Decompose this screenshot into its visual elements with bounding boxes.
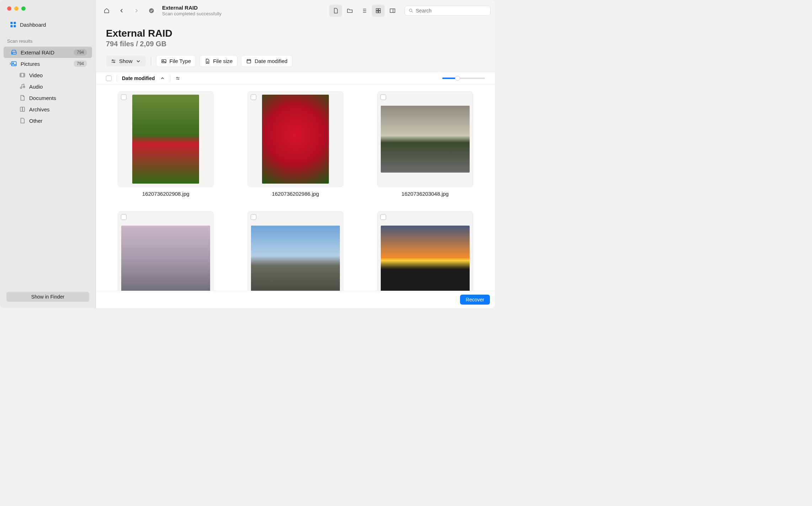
file-image	[251, 226, 340, 291]
page-header: External RAID 794 files / 2,09 GB	[96, 21, 495, 48]
zoom-slider[interactable]	[442, 78, 485, 79]
search-input[interactable]	[416, 8, 487, 14]
main-content: External RAID Scan completed successfull…	[96, 0, 495, 308]
filter-file-size-button[interactable]: File size	[199, 55, 237, 67]
svg-rect-1	[14, 22, 16, 24]
filter-label: Date modified	[255, 58, 288, 64]
chevron-right-icon	[9, 62, 12, 65]
file-image	[381, 106, 470, 173]
file-checkbox[interactable]	[251, 214, 256, 220]
file-checkbox[interactable]	[121, 94, 127, 100]
svg-rect-3	[14, 25, 16, 27]
file-thumbnail[interactable]	[377, 91, 473, 187]
file-image	[381, 226, 470, 291]
picture-icon	[161, 58, 167, 64]
divider	[170, 75, 170, 81]
file-card[interactable]	[106, 211, 226, 291]
view-list-button[interactable]	[358, 5, 370, 17]
sidebar-item-audio[interactable]: Audio	[4, 81, 92, 92]
filter-show-button[interactable]: Show	[106, 56, 146, 67]
filter-date-modified-button[interactable]: Date modified	[241, 55, 293, 67]
svg-point-18	[409, 9, 412, 11]
sidebar-item-label: Video	[29, 72, 43, 78]
sidebar-item-label: External RAID	[21, 49, 54, 56]
sidebar-item-pictures[interactable]: Pictures 794	[4, 58, 92, 69]
recover-button[interactable]: Recover	[460, 295, 490, 305]
document-icon	[19, 95, 26, 101]
dashboard-icon	[10, 21, 16, 28]
file-thumbnail[interactable]	[118, 91, 214, 187]
svg-rect-2	[11, 25, 13, 27]
topbar-title-block: External RAID Scan completed successfull…	[162, 4, 221, 17]
view-columns-button[interactable]	[386, 5, 399, 17]
dashboard-nav[interactable]: Dashboard	[0, 18, 96, 31]
close-window-button[interactable]	[7, 6, 11, 11]
check-circle-icon	[148, 7, 155, 14]
forward-button[interactable]	[130, 5, 143, 17]
show-in-finder-button[interactable]: Show in Finder	[6, 292, 89, 302]
filter-bar: Show File Type File size Date modified	[96, 48, 495, 72]
file-checkbox[interactable]	[121, 214, 127, 220]
window-controls	[0, 0, 96, 18]
sidebar-item-label: Audio	[29, 84, 43, 90]
file-card[interactable]: 1620736203048.jpg	[365, 91, 485, 197]
file-checkbox[interactable]	[251, 94, 256, 100]
file-thumbnail[interactable]	[118, 211, 214, 291]
fullscreen-window-button[interactable]	[21, 6, 26, 11]
sidebar-item-video[interactable]: Video	[4, 69, 92, 81]
sliders-icon[interactable]	[175, 76, 180, 81]
chevron-up-icon[interactable]	[160, 76, 165, 81]
dashboard-label: Dashboard	[20, 22, 46, 28]
svg-point-19	[112, 60, 113, 61]
topbar-title: External RAID	[162, 4, 221, 11]
file-icon	[332, 7, 339, 14]
search-box[interactable]	[405, 6, 491, 16]
filter-file-type-button[interactable]: File Type	[156, 55, 196, 67]
view-grid-button[interactable]	[372, 5, 385, 17]
svg-point-5	[12, 53, 13, 54]
other-icon	[19, 117, 26, 124]
file-card[interactable]	[236, 211, 356, 291]
sidebar-item-label: Other	[29, 118, 43, 124]
sidebar-item-archives[interactable]: Archives	[4, 104, 92, 115]
select-all-checkbox[interactable]	[106, 75, 112, 81]
svg-rect-0	[11, 22, 13, 24]
file-card[interactable]: 1620736202986.jpg	[236, 91, 356, 197]
file-thumbnail[interactable]	[377, 211, 473, 291]
file-grid: 1620736202908.jpg1620736202986.jpg162073…	[96, 85, 495, 291]
divider	[117, 75, 117, 81]
drive-icon	[11, 49, 17, 56]
file-checkbox[interactable]	[380, 94, 386, 100]
home-button[interactable]	[100, 5, 113, 17]
file-thumbnail[interactable]	[247, 91, 343, 187]
svg-point-20	[114, 62, 115, 63]
svg-rect-17	[390, 9, 395, 13]
file-card[interactable]: 1620736202908.jpg	[106, 91, 226, 197]
file-icon	[204, 58, 210, 64]
zoom-knob[interactable]	[455, 76, 460, 81]
sidebar-item-external-raid[interactable]: External RAID 794	[4, 47, 92, 58]
svg-rect-14	[379, 9, 380, 10]
back-button[interactable]	[115, 5, 128, 17]
sort-label[interactable]: Date modified	[122, 75, 155, 81]
svg-point-24	[177, 77, 177, 78]
columns-icon	[389, 7, 396, 14]
file-checkbox[interactable]	[380, 214, 386, 220]
sort-bar: Date modified	[96, 72, 495, 85]
sliders-icon	[111, 58, 116, 64]
home-icon	[103, 7, 110, 14]
page-title: External RAID	[106, 28, 485, 39]
file-thumbnail[interactable]	[247, 211, 343, 291]
file-name: 1620736202986.jpg	[272, 191, 319, 197]
svg-rect-16	[379, 11, 380, 13]
svg-rect-15	[376, 11, 378, 13]
sidebar-item-documents[interactable]: Documents	[4, 92, 92, 104]
sidebar-item-other[interactable]: Other	[4, 115, 92, 126]
view-folders-button[interactable]	[343, 5, 356, 17]
view-files-button[interactable]	[329, 5, 342, 17]
sidebar: Dashboard Scan results External RAID 794…	[0, 0, 96, 308]
minimize-window-button[interactable]	[14, 6, 18, 11]
file-card[interactable]	[365, 211, 485, 291]
sidebar-item-badge: 794	[74, 49, 87, 56]
audio-icon	[19, 83, 26, 90]
